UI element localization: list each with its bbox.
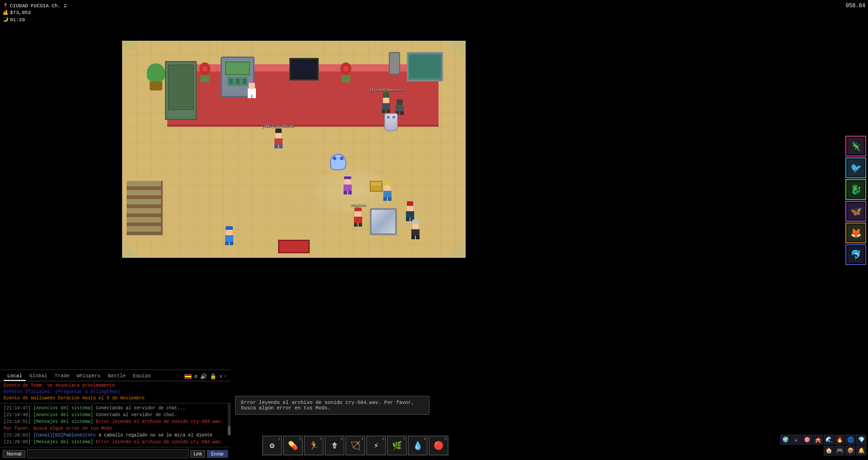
- mini-icon-7[interactable]: 🌀: [845, 435, 855, 445]
- scroll-indicator: +: [224, 374, 227, 379]
- vending-machine: [165, 61, 197, 120]
- chat-mode-button[interactable]: Normal: [3, 450, 25, 458]
- chat-input-field[interactable]: [27, 449, 189, 458]
- settings-icon[interactable]: ⚙: [194, 373, 198, 380]
- chat-send-button[interactable]: Enviar: [207, 450, 228, 458]
- announcement-2: Eventos Oficiales: (Preguntar a Arlingth…: [4, 389, 227, 395]
- mini-icon-11[interactable]: 📦: [845, 446, 855, 455]
- hotbar-icon-9: 🔴: [434, 441, 443, 451]
- pokemon-slot-5[interactable]: 🦊: [845, 223, 866, 243]
- message-2: [21:19:48] [Anuncios del sistema] Conect…: [4, 412, 227, 418]
- mini-icon-6[interactable]: 🔥: [835, 435, 844, 445]
- exit-mat: [278, 240, 310, 253]
- tab-battle[interactable]: Battle: [104, 372, 129, 381]
- msg-tag-1: [Anuncios del sistema]: [33, 406, 93, 411]
- plant-decoration: [147, 63, 165, 90]
- tab-equipo[interactable]: Equipo: [129, 372, 155, 381]
- hotbar-num-4: 4: [340, 437, 343, 441]
- hotbar-slot-4[interactable]: 4 🗡: [325, 436, 344, 455]
- mini-icon-8[interactable]: 💎: [856, 435, 866, 445]
- hotbar-slot-9[interactable]: 9 🔴: [429, 436, 448, 455]
- hotbar-slot-6[interactable]: 6 ⚡: [366, 436, 386, 455]
- hotbar-num-1: 1: [278, 437, 280, 441]
- nurse-character: [248, 79, 256, 98]
- msg-text-4: a caballo regalado no se le mira el dien…: [99, 433, 212, 438]
- red-hair-npc: [406, 201, 414, 221]
- hotbar-icon-1: ⚙: [270, 441, 275, 451]
- hud-fps: 058.84: [846, 3, 865, 9]
- tab-whispers[interactable]: Whispers: [73, 372, 104, 381]
- room-background: [SBEx]ClarsBdixon: [122, 41, 466, 258]
- legendary-pokemon: [330, 154, 346, 170]
- game-viewport: [SBEx]ClarsBdixon: [122, 41, 466, 258]
- pokemon-sprite-6: 🐬: [848, 247, 864, 263]
- hud-top-left: 📍 CIUDAD FUCSIA Ch. 2 💰 $73,053 🌙 01:20: [3, 3, 66, 24]
- mini-icon-4[interactable]: 🎪: [813, 435, 823, 445]
- tab-trade[interactable]: Trade: [51, 372, 73, 381]
- chat-link-button[interactable]: Link: [190, 450, 205, 458]
- mini-icon-1[interactable]: 🌍: [780, 435, 790, 445]
- hotbar: 1 ⚙ 2 💊 3 🏃 4 🗡 5 🏹 6 ⚡ 7 🌿 8 💧 9 🔴: [262, 436, 448, 455]
- tab-global[interactable]: Global: [26, 372, 51, 381]
- hotbar-slot-5[interactable]: 5 🏹: [345, 436, 365, 455]
- pokemon-sprite-2: 🐦: [848, 160, 864, 176]
- hotbar-slot-7[interactable]: 7 🌿: [387, 436, 407, 455]
- msg-tag-3: [Mensajes del sistema]: [33, 419, 93, 424]
- blonde-npc: [383, 181, 392, 201]
- hotbar-icon-6: ⚡: [374, 441, 379, 451]
- chat-tab-icons: ⚙ 🔊 🔒 ⬇: [184, 373, 222, 380]
- counter-plant-right: [339, 62, 353, 85]
- error-notification: Error leyendo el archivo de sonido cry-5…: [235, 396, 429, 415]
- chat-messages[interactable]: [21:19:47] [Anuncios del sistema] Conect…: [0, 403, 231, 444]
- message-3: [21:19:51] [Mensajes del sistema] Error …: [4, 418, 227, 432]
- tab-local[interactable]: Local: [4, 372, 26, 381]
- hotbar-num-3: 3: [320, 437, 322, 441]
- pokemon-slot-3[interactable]: 🐉: [845, 179, 866, 200]
- chat-scrollbar-thumb: [228, 426, 231, 435]
- hotbar-slot-3[interactable]: 3 🏃: [304, 436, 324, 455]
- pokemon-slot-2[interactable]: 🐦: [845, 157, 866, 178]
- silver-hair-npc: [411, 219, 420, 239]
- hotbar-slot-1[interactable]: 1 ⚙: [262, 436, 282, 455]
- pokemon-slot-4[interactable]: 🦋: [845, 201, 866, 222]
- mini-icon-12[interactable]: 🔔: [856, 446, 866, 455]
- flag-icon: [184, 374, 192, 379]
- player-sbex: [SBEx]ClarsBdixon: [262, 124, 294, 148]
- msg-text-1: Conectando al servidor de chat...: [96, 406, 185, 411]
- chat-announcements: Evento de Team: se anunciara proximament…: [0, 381, 231, 403]
- pokemon-slot-1[interactable]: 🦎: [845, 136, 866, 156]
- sound-icon[interactable]: 🔊: [200, 373, 207, 380]
- hotbar-slot-8[interactable]: 8 💧: [408, 436, 428, 455]
- msg-time-4: [21:20:03]: [4, 433, 33, 438]
- money-text: $73,053: [10, 9, 31, 16]
- jocyjuam-name-tag: JocyJuam: [350, 204, 366, 207]
- lock-icon[interactable]: 🔒: [210, 373, 217, 380]
- hotbar-num-7: 7: [403, 437, 405, 441]
- game-canvas: [SBEx]ClarsBdixon: [122, 41, 466, 258]
- hotbar-slot-2[interactable]: 2 💊: [283, 436, 303, 455]
- mini-icon-2[interactable]: ⚔: [791, 435, 801, 445]
- msg-time-5: [21:20:05]: [4, 440, 33, 444]
- pokemon-sprite-4: 🦋: [848, 203, 864, 219]
- arrow-down-icon[interactable]: ⬇: [219, 373, 222, 380]
- chat-scrollbar[interactable]: [228, 403, 231, 435]
- pokemon-slot-6[interactable]: 🐬: [845, 244, 866, 265]
- mini-icon-3[interactable]: 🎯: [802, 435, 812, 445]
- stair-lines: [127, 181, 161, 235]
- treasure-chest: [370, 181, 382, 192]
- bottom-right-panel: 🌍 ⚔ 🎯 🎪 🌊 🔥 🌀 💎 🏠 🎮 📦 🔔: [776, 435, 866, 455]
- time-text: 01:20: [10, 17, 25, 24]
- message-4: [21:20:03] [Canal][ES]Pabloneitorc a cab…: [4, 432, 227, 439]
- alpha50-name-tag: [Alpha50]Dmotiven: [370, 88, 402, 92]
- msg-time-1: [21:19:47]: [4, 406, 33, 411]
- staircase: [127, 181, 163, 235]
- msg-text-2: Conectado al servidor de chat.: [96, 413, 177, 417]
- mini-icon-9[interactable]: 🏠: [824, 446, 834, 455]
- counter-plant-left: [198, 62, 212, 85]
- pokemon-sprite-3: 🐉: [848, 181, 864, 198]
- msg-time-3: [21:19:51]: [4, 419, 33, 424]
- mini-icon-5[interactable]: 🌊: [824, 435, 834, 445]
- purple-hat-npc: [344, 176, 352, 194]
- message-1: [21:19:47] [Anuncios del sistema] Conect…: [4, 405, 227, 412]
- mini-icon-10[interactable]: 🎮: [835, 446, 844, 455]
